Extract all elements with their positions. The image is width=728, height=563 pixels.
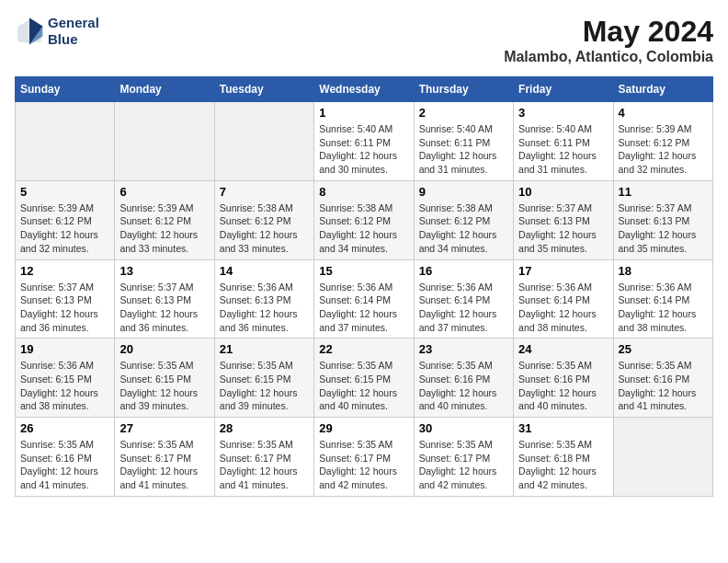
calendar-header-row: Sunday Monday Tuesday Wednesday Thursday… — [16, 77, 713, 102]
calendar-cell — [115, 102, 214, 181]
subtitle: Malambo, Atlantico, Colombia — [504, 49, 713, 65]
day-info: Sunrise: 5:37 AMSunset: 6:13 PMDaylight:… — [619, 201, 708, 256]
day-info: Sunrise: 5:38 AMSunset: 6:12 PMDaylight:… — [419, 201, 508, 256]
calendar-cell: 7Sunrise: 5:38 AMSunset: 6:12 PMDaylight… — [214, 180, 313, 259]
day-number: 24 — [518, 342, 608, 356]
calendar-cell: 24Sunrise: 5:35 AMSunset: 6:16 PMDayligh… — [514, 339, 613, 418]
logo-text: General Blue — [48, 15, 99, 48]
calendar-cell: 3Sunrise: 5:40 AMSunset: 6:11 PMDaylight… — [514, 102, 613, 181]
day-number: 9 — [419, 185, 508, 199]
day-info: Sunrise: 5:37 AMSunset: 6:13 PMDaylight:… — [518, 201, 608, 256]
day-number: 28 — [220, 421, 309, 435]
day-info: Sunrise: 5:39 AMSunset: 6:12 PMDaylight:… — [619, 122, 708, 177]
col-saturday: Saturday — [613, 77, 712, 102]
calendar-cell: 5Sunrise: 5:39 AMSunset: 6:12 PMDaylight… — [16, 180, 115, 259]
day-info: Sunrise: 5:37 AMSunset: 6:13 PMDaylight:… — [20, 281, 109, 335]
day-info: Sunrise: 5:40 AMSunset: 6:11 PMDaylight:… — [518, 122, 608, 177]
calendar-cell: 13Sunrise: 5:37 AMSunset: 6:13 PMDayligh… — [115, 259, 214, 339]
day-number: 17 — [518, 264, 608, 278]
day-number: 3 — [518, 106, 608, 120]
day-info: Sunrise: 5:38 AMSunset: 6:12 PMDaylight:… — [319, 201, 408, 256]
day-number: 22 — [319, 342, 408, 356]
day-info: Sunrise: 5:36 AMSunset: 6:13 PMDaylight:… — [220, 281, 309, 335]
calendar-cell: 20Sunrise: 5:35 AMSunset: 6:15 PMDayligh… — [115, 339, 214, 418]
day-number: 11 — [619, 185, 708, 199]
day-number: 10 — [518, 185, 608, 199]
day-info: Sunrise: 5:36 AMSunset: 6:14 PMDaylight:… — [319, 281, 408, 335]
calendar-cell: 29Sunrise: 5:35 AMSunset: 6:17 PMDayligh… — [314, 418, 414, 497]
day-info: Sunrise: 5:36 AMSunset: 6:14 PMDaylight:… — [419, 281, 508, 335]
calendar-cell: 30Sunrise: 5:35 AMSunset: 6:17 PMDayligh… — [414, 418, 513, 497]
day-info: Sunrise: 5:40 AMSunset: 6:11 PMDaylight:… — [419, 122, 508, 177]
col-sunday: Sunday — [16, 77, 115, 102]
calendar-cell: 4Sunrise: 5:39 AMSunset: 6:12 PMDaylight… — [613, 102, 712, 181]
col-wednesday: Wednesday — [314, 77, 414, 102]
day-info: Sunrise: 5:39 AMSunset: 6:12 PMDaylight:… — [20, 201, 109, 256]
day-number: 13 — [119, 264, 209, 278]
day-info: Sunrise: 5:36 AMSunset: 6:14 PMDaylight:… — [518, 281, 608, 335]
day-number: 2 — [419, 106, 508, 120]
calendar-cell: 12Sunrise: 5:37 AMSunset: 6:13 PMDayligh… — [16, 259, 115, 339]
day-number: 1 — [319, 106, 408, 120]
day-info: Sunrise: 5:35 AMSunset: 6:15 PMDaylight:… — [319, 359, 408, 413]
calendar-cell — [613, 418, 712, 497]
day-number: 21 — [220, 342, 309, 356]
day-info: Sunrise: 5:35 AMSunset: 6:17 PMDaylight:… — [119, 438, 209, 492]
day-number: 25 — [619, 342, 708, 356]
calendar-cell: 27Sunrise: 5:35 AMSunset: 6:17 PMDayligh… — [115, 418, 214, 497]
day-info: Sunrise: 5:35 AMSunset: 6:17 PMDaylight:… — [319, 438, 408, 492]
day-info: Sunrise: 5:35 AMSunset: 6:16 PMDaylight:… — [619, 359, 708, 413]
page-header: General Blue May 2024 Malambo, Atlantico… — [15, 15, 713, 65]
day-info: Sunrise: 5:36 AMSunset: 6:14 PMDaylight:… — [619, 281, 708, 335]
calendar-week-row: 26Sunrise: 5:35 AMSunset: 6:16 PMDayligh… — [16, 418, 713, 497]
calendar-week-row: 1Sunrise: 5:40 AMSunset: 6:11 PMDaylight… — [16, 102, 713, 181]
logo-icon — [15, 17, 44, 46]
calendar-cell: 11Sunrise: 5:37 AMSunset: 6:13 PMDayligh… — [613, 180, 712, 259]
calendar-cell: 23Sunrise: 5:35 AMSunset: 6:16 PMDayligh… — [414, 339, 513, 418]
day-info: Sunrise: 5:35 AMSunset: 6:16 PMDaylight:… — [20, 438, 109, 492]
logo: General Blue — [15, 15, 99, 48]
calendar-week-row: 5Sunrise: 5:39 AMSunset: 6:12 PMDaylight… — [16, 180, 713, 259]
calendar-cell: 22Sunrise: 5:35 AMSunset: 6:15 PMDayligh… — [314, 339, 414, 418]
day-number: 27 — [119, 421, 209, 435]
day-info: Sunrise: 5:35 AMSunset: 6:17 PMDaylight:… — [419, 438, 508, 492]
day-number: 4 — [619, 106, 708, 120]
day-info: Sunrise: 5:36 AMSunset: 6:15 PMDaylight:… — [20, 359, 109, 413]
calendar-cell: 10Sunrise: 5:37 AMSunset: 6:13 PMDayligh… — [514, 180, 613, 259]
col-thursday: Thursday — [414, 77, 513, 102]
calendar-table: Sunday Monday Tuesday Wednesday Thursday… — [15, 76, 713, 497]
calendar-cell: 28Sunrise: 5:35 AMSunset: 6:17 PMDayligh… — [214, 418, 313, 497]
day-info: Sunrise: 5:40 AMSunset: 6:11 PMDaylight:… — [319, 122, 408, 177]
title-block: May 2024 Malambo, Atlantico, Colombia — [504, 15, 713, 65]
day-number: 7 — [220, 185, 309, 199]
calendar-cell: 18Sunrise: 5:36 AMSunset: 6:14 PMDayligh… — [613, 259, 712, 339]
day-number: 6 — [119, 185, 209, 199]
day-number: 26 — [20, 421, 109, 435]
day-number: 14 — [220, 264, 309, 278]
day-number: 19 — [20, 342, 109, 356]
day-number: 5 — [20, 185, 109, 199]
day-info: Sunrise: 5:35 AMSunset: 6:16 PMDaylight:… — [419, 359, 508, 413]
calendar-cell: 1Sunrise: 5:40 AMSunset: 6:11 PMDaylight… — [314, 102, 414, 181]
day-number: 12 — [20, 264, 109, 278]
calendar-week-row: 12Sunrise: 5:37 AMSunset: 6:13 PMDayligh… — [16, 259, 713, 339]
calendar-cell: 2Sunrise: 5:40 AMSunset: 6:11 PMDaylight… — [414, 102, 513, 181]
calendar-cell: 25Sunrise: 5:35 AMSunset: 6:16 PMDayligh… — [613, 339, 712, 418]
day-info: Sunrise: 5:39 AMSunset: 6:12 PMDaylight:… — [119, 201, 209, 256]
calendar-week-row: 19Sunrise: 5:36 AMSunset: 6:15 PMDayligh… — [16, 339, 713, 418]
day-number: 16 — [419, 264, 508, 278]
calendar-cell: 26Sunrise: 5:35 AMSunset: 6:16 PMDayligh… — [16, 418, 115, 497]
calendar-cell — [16, 102, 115, 181]
calendar-cell: 21Sunrise: 5:35 AMSunset: 6:15 PMDayligh… — [214, 339, 313, 418]
day-number: 23 — [419, 342, 508, 356]
day-info: Sunrise: 5:35 AMSunset: 6:17 PMDaylight:… — [220, 438, 309, 492]
day-number: 31 — [518, 421, 608, 435]
day-info: Sunrise: 5:35 AMSunset: 6:15 PMDaylight:… — [119, 359, 209, 413]
day-info: Sunrise: 5:35 AMSunset: 6:18 PMDaylight:… — [518, 438, 608, 492]
calendar-cell: 14Sunrise: 5:36 AMSunset: 6:13 PMDayligh… — [214, 259, 313, 339]
day-info: Sunrise: 5:38 AMSunset: 6:12 PMDaylight:… — [220, 201, 309, 256]
day-number: 29 — [319, 421, 408, 435]
main-title: May 2024 — [504, 15, 713, 49]
day-info: Sunrise: 5:37 AMSunset: 6:13 PMDaylight:… — [119, 281, 209, 335]
day-info: Sunrise: 5:35 AMSunset: 6:16 PMDaylight:… — [518, 359, 608, 413]
